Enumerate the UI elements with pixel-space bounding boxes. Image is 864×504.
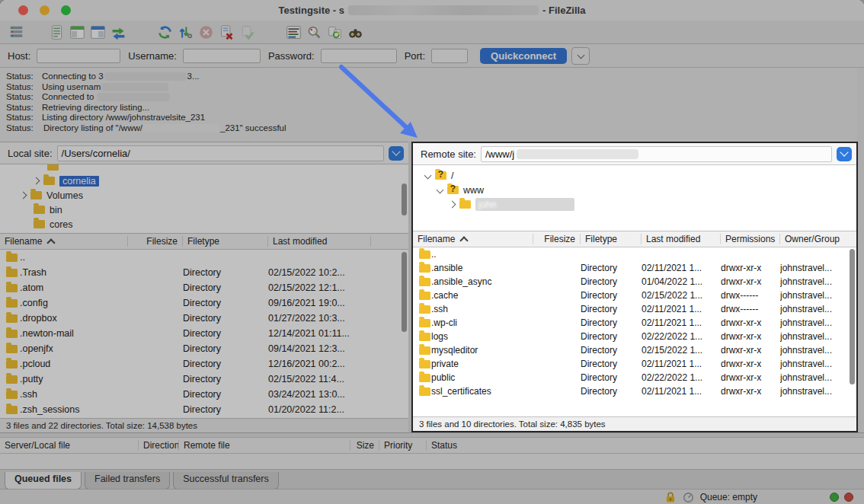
tree-item-root[interactable]: ?/	[413, 168, 856, 183]
local-site-dropdown-button[interactable]	[389, 146, 404, 161]
maximize-window-button[interactable]	[61, 5, 71, 15]
minimize-window-button[interactable]	[40, 5, 50, 15]
port-input[interactable]	[431, 49, 468, 63]
folder-icon	[6, 269, 18, 277]
column-last-modified[interactable]: Last modified	[268, 236, 371, 247]
tree-item-www[interactable]: ?www	[413, 183, 856, 197]
find-files-icon[interactable]	[345, 22, 366, 42]
redacted-text	[104, 72, 187, 81]
column-filetype[interactable]: Filetype	[581, 234, 642, 244]
local-file-row[interactable]: .atom Directory 02/15/2022 12:1...	[0, 280, 408, 295]
remote-site-dropdown-button[interactable]	[837, 147, 852, 161]
remote-site-path-field[interactable]: /www/j	[481, 146, 832, 162]
column-filename[interactable]: Filename	[413, 234, 533, 244]
tree-item-cornelia[interactable]: cornelia	[0, 174, 408, 188]
quickconnect-dropdown-button[interactable]	[571, 47, 590, 65]
tab-failed-transfers[interactable]: Failed transfers	[85, 472, 170, 490]
local-site-path-field[interactable]: /Users/cornelia/	[57, 145, 384, 161]
reconnect-icon[interactable]	[237, 22, 258, 42]
local-file-row[interactable]: .config Directory 09/16/2021 19:0...	[0, 295, 408, 311]
queue-header: Server/Local file Direction Remote file …	[0, 437, 864, 454]
folder-icon	[6, 254, 18, 262]
local-file-row[interactable]: .newton-mail Directory 12/14/2021 01:11.…	[0, 326, 408, 341]
tab-successful-transfers[interactable]: Successful transfers	[173, 472, 279, 490]
synchronized-browsing-icon[interactable]	[325, 22, 345, 42]
quickconnect-bar: Host: Username: Password: Port: Quickcon…	[0, 44, 864, 68]
tree-item-selected-redacted[interactable]: john	[413, 197, 856, 212]
local-file-row[interactable]: .putty Directory 02/15/2022 11:4...	[0, 372, 408, 387]
column-filename[interactable]: Filename	[0, 236, 128, 247]
log-line-highlighted: Status: Directory listing of "/www/_231"…	[0, 123, 857, 134]
local-file-row[interactable]: .openjfx Directory 09/14/2021 12:3...	[0, 341, 408, 356]
log-view-toggle-icon[interactable]	[46, 22, 67, 42]
disconnect-icon[interactable]	[216, 22, 237, 42]
remote-file-row[interactable]: logs Directory 02/22/2022 1... drwxr-xr-…	[413, 330, 856, 343]
quickconnect-button[interactable]: Quickconnect	[480, 48, 567, 64]
password-input[interactable]	[321, 49, 397, 63]
directory-comparison-icon[interactable]	[304, 22, 325, 42]
remote-file-row[interactable]: ..	[413, 247, 856, 261]
remote-file-row[interactable]: mysqleditor Directory 02/15/2022 1... dr…	[413, 343, 856, 357]
column-permissions[interactable]: Permissions	[721, 234, 780, 244]
host-label: Host:	[8, 50, 30, 62]
redacted-text	[143, 124, 219, 132]
site-manager-icon[interactable]	[6, 22, 27, 42]
list-scrollbar-thumb[interactable]	[402, 252, 407, 332]
process-queue-icon[interactable]	[175, 22, 196, 42]
folder-icon	[6, 284, 18, 292]
redacted-text	[97, 93, 170, 101]
filezilla-window: Testingsite - s - FileZilla	[0, 0, 864, 504]
column-status[interactable]: Status	[427, 440, 864, 451]
tree-item-cores[interactable]: cores	[0, 217, 408, 231]
local-file-row[interactable]: ..	[0, 250, 408, 265]
refresh-icon[interactable]	[155, 22, 175, 42]
directory-listing-filter-icon[interactable]	[283, 22, 304, 42]
folder-icon	[6, 330, 18, 338]
status-bar: Queue: empty	[0, 489, 864, 504]
tree-item[interactable]	[0, 164, 408, 174]
local-tree-toggle-icon[interactable]	[67, 22, 88, 42]
local-file-row[interactable]: .Trash Directory 02/15/2022 10:2...	[0, 265, 408, 280]
remote-status-bar: 3 files and 10 directories. Total size: …	[413, 416, 856, 431]
local-file-row[interactable]: .zsh_sessions Directory 01/20/2022 11:2.…	[0, 402, 408, 417]
column-priority[interactable]: Priority	[379, 440, 427, 451]
remote-file-row[interactable]: .cache Directory 02/15/2022 1... drwx---…	[413, 289, 856, 302]
local-file-row[interactable]: .dropbox Directory 01/27/2022 10:3...	[0, 311, 408, 326]
column-owner-group[interactable]: Owner/Group	[780, 234, 856, 244]
tree-item-volumes[interactable]: Volumes	[0, 188, 408, 203]
folder-icon	[419, 292, 430, 300]
remote-file-row[interactable]: private Directory 02/11/2021 1... drwxr-…	[413, 357, 856, 371]
column-remote-file[interactable]: Remote file	[179, 440, 350, 451]
remote-file-row[interactable]: public Directory 02/22/2022 1... drwxr-x…	[413, 371, 856, 384]
column-filesize[interactable]: Filesize	[128, 236, 183, 247]
queue-empty-area	[0, 454, 864, 469]
tree-scrollbar-thumb[interactable]	[402, 183, 407, 215]
remote-file-row[interactable]: .ansible Directory 02/11/2021 1... drwxr…	[413, 261, 856, 275]
log-line: Status:Connecting to 33...	[0, 72, 857, 82]
column-server-local-file[interactable]: Server/Local file	[0, 440, 139, 451]
column-filetype[interactable]: Filetype	[183, 236, 268, 247]
column-last-modified[interactable]: Last modified	[642, 234, 721, 244]
speed-limits-icon[interactable]	[683, 492, 694, 503]
remote-tree-toggle-icon[interactable]	[88, 22, 108, 42]
username-input[interactable]	[183, 49, 261, 63]
cancel-operation-icon[interactable]	[196, 22, 216, 42]
folder-icon	[6, 299, 18, 308]
remote-file-row[interactable]: .ssh Directory 02/11/2021 1... drwx-----…	[413, 302, 856, 316]
list-scrollbar-thumb[interactable]	[850, 249, 855, 384]
local-file-row[interactable]: .pcloud Directory 12/16/2021 00:2...	[0, 356, 408, 372]
tab-queued-files[interactable]: Queued files	[5, 472, 82, 490]
column-filesize[interactable]: Filesize	[533, 234, 581, 244]
column-direction[interactable]: Direction	[139, 440, 179, 451]
local-file-row[interactable]: .ssh Directory 03/24/2021 13:0...	[0, 387, 408, 402]
remote-file-row[interactable]: .wp-cli Directory 02/11/2021 1... drwxr-…	[413, 316, 856, 330]
transfer-queue-toggle-icon[interactable]	[108, 22, 129, 42]
remote-file-row[interactable]: .ansible_async Directory 01/04/2022 1...…	[413, 275, 856, 289]
host-input[interactable]	[37, 49, 120, 63]
column-size[interactable]: Size	[350, 440, 379, 451]
close-window-button[interactable]	[18, 5, 28, 15]
log-line: Status:Retrieving directory listing...	[0, 103, 857, 113]
local-site-bar: Local site: /Users/cornelia/	[0, 142, 408, 164]
tree-item-bin[interactable]: bin	[0, 203, 408, 217]
remote-file-row[interactable]: ssl_certificates Directory 02/11/2021 1.…	[413, 384, 856, 398]
